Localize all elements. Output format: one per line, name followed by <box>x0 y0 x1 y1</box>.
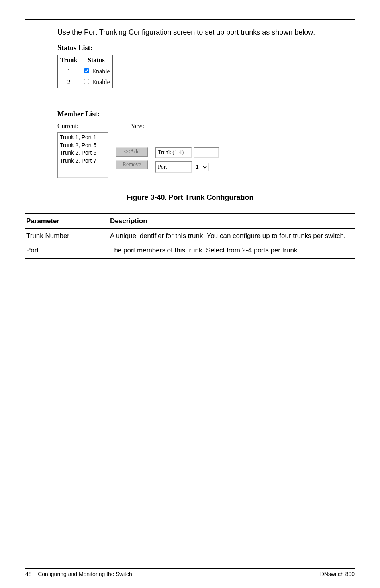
footer-left-text: Configuring and Monitoring the Switch <box>38 571 132 577</box>
trunk-field-label: Trunk (1-4) <box>155 147 192 158</box>
table-row: 1 Enable <box>58 66 113 77</box>
remove-button[interactable]: Remove <box>116 160 148 169</box>
footer-left: 48 Configuring and Monitoring the Switch <box>25 570 132 578</box>
table-row: Trunk Number A unique identifier for thi… <box>25 229 355 243</box>
footer-right-text: DNswitch 800 <box>320 570 355 578</box>
list-item[interactable]: Trunk 1, Port 1 <box>60 134 106 142</box>
member-layout: Trunk 1, Port 1 Trunk 2, Port 5 Trunk 2,… <box>57 132 355 178</box>
member-list-section: Member List: Current: New: Trunk 1, Port… <box>57 109 355 179</box>
col-header-parameter: Parameter <box>25 214 109 229</box>
figure-caption: Figure 3-40. Port Trunk Configuration <box>25 193 355 203</box>
port-field-label: Port <box>155 161 192 173</box>
param-name-cell: Port <box>25 243 109 258</box>
enable-checkbox[interactable] <box>84 68 89 73</box>
param-desc-cell: A unique identifier for this trunk. You … <box>109 229 355 243</box>
parameter-table: Parameter Description Trunk Number A uni… <box>25 213 355 258</box>
trunk-field[interactable] <box>194 147 219 158</box>
new-inputs-column: Trunk (1-4) Port 1 <box>155 147 219 173</box>
enable-label: Enable <box>92 79 110 85</box>
enable-checkbox[interactable] <box>84 79 89 84</box>
new-label: New: <box>130 122 144 130</box>
table-header-row: Trunk Status <box>58 55 113 66</box>
status-list-table: Trunk Status 1 Enable 2 Enable <box>57 55 113 88</box>
status-list-section: Status List: Trunk Status 1 Enable 2 Ena… <box>57 43 355 88</box>
table-row: Port The port members of this trunk. Sel… <box>25 243 355 258</box>
top-horizontal-rule <box>25 19 355 20</box>
trunk-id-cell: 1 <box>58 66 80 77</box>
port-field[interactable]: 1 <box>194 163 209 171</box>
param-desc-cell: The port members of this trunk. Select f… <box>109 243 355 258</box>
section-divider <box>57 102 217 102</box>
intro-block: Use the Port Trunking Configuration scre… <box>57 28 355 37</box>
footer-row: 48 Configuring and Monitoring the Switch… <box>25 570 355 578</box>
parameter-table-wrap: Parameter Description Trunk Number A uni… <box>25 213 355 258</box>
trunk-id-cell: 2 <box>58 77 80 88</box>
current-label: Current: <box>57 122 78 130</box>
status-cell: Enable <box>80 77 112 88</box>
table-header-row: Parameter Description <box>25 214 355 229</box>
list-item[interactable]: Trunk 2, Port 6 <box>60 149 106 157</box>
member-list-heading: Member List: <box>57 109 355 119</box>
current-listbox[interactable]: Trunk 1, Port 1 Trunk 2, Port 5 Trunk 2,… <box>57 132 108 178</box>
list-item[interactable]: Trunk 2, Port 5 <box>60 142 106 149</box>
list-item[interactable]: Trunk 2, Port 7 <box>60 157 106 165</box>
add-button[interactable]: <<Add <box>116 147 148 157</box>
trunk-input-row: Trunk (1-4) <box>155 147 219 158</box>
page-footer: 48 Configuring and Monitoring the Switch… <box>25 568 355 578</box>
page: Use the Port Trunking Configuration scre… <box>0 0 380 588</box>
col-header-description: Description <box>109 214 355 229</box>
footer-rule <box>25 568 355 569</box>
buttons-column: <<Add Remove <box>116 147 148 169</box>
status-list-heading: Status List: <box>57 43 355 53</box>
table-row: 2 Enable <box>58 77 113 88</box>
port-input-row: Port 1 <box>155 161 219 173</box>
status-cell: Enable <box>80 66 112 77</box>
col-header-trunk: Trunk <box>58 55 80 66</box>
footer-page-number: 48 <box>25 571 32 577</box>
col-header-status: Status <box>80 55 112 66</box>
param-name-cell: Trunk Number <box>25 229 109 243</box>
intro-text: Use the Port Trunking Configuration scre… <box>57 28 355 37</box>
enable-label: Enable <box>92 68 110 75</box>
